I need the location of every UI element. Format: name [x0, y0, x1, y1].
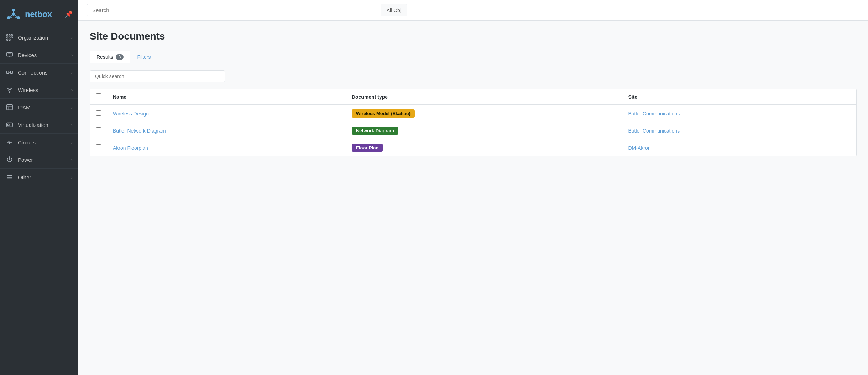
svg-point-25 — [9, 92, 10, 93]
tabs-row: Results 3 Filters — [90, 51, 857, 63]
sidebar-item-virtualization[interactable]: Virtualization › — [0, 116, 78, 134]
global-search-wrapper: All Obj — [87, 4, 407, 16]
doc-link-2[interactable]: Butler Network Diagram — [113, 128, 166, 134]
svg-rect-11 — [11, 35, 13, 36]
row-checkbox-1[interactable] — [96, 110, 101, 116]
results-table-card: Name Document type Site Wireless Design — [90, 89, 857, 156]
row-site-3: DM-Akron — [622, 139, 856, 156]
quick-search-row — [90, 70, 857, 82]
row-checkbox-cell-2 — [90, 122, 107, 139]
sidebar-item-label-connections: Connections — [18, 70, 67, 76]
sidebar-item-connections[interactable]: Connections › — [0, 64, 78, 81]
sidebar-item-label-virtualization: Virtualization — [18, 122, 67, 128]
sidebar-item-other[interactable]: Other › — [0, 169, 78, 186]
svg-line-5 — [9, 15, 12, 17]
doc-link-3[interactable]: Akron Floorplan — [113, 145, 148, 151]
svg-rect-15 — [7, 39, 8, 41]
netbox-logo-icon — [6, 6, 21, 22]
svg-rect-17 — [7, 53, 12, 56]
sidebar-item-power[interactable]: Power › — [0, 151, 78, 169]
col-site: Site — [622, 89, 856, 105]
chevron-right-icon-circuits: › — [71, 140, 73, 145]
chevron-right-icon-other: › — [71, 175, 73, 180]
circuits-icon — [6, 138, 14, 146]
svg-rect-23 — [11, 71, 12, 73]
tab-results-label: Results — [96, 54, 113, 60]
main-area: All Obj Site Documents Results 3 Filters — [78, 0, 868, 375]
tab-filters[interactable]: Filters — [130, 51, 157, 63]
svg-rect-13 — [9, 37, 10, 38]
badge-3: Floor Plan — [352, 144, 383, 152]
site-link-2[interactable]: Butler Communications — [628, 128, 680, 134]
logo-area: netbox 📌 — [0, 0, 78, 29]
row-checkbox-cell-3 — [90, 139, 107, 156]
search-input[interactable] — [87, 4, 381, 16]
svg-point-0 — [12, 9, 15, 11]
row-checkbox-3[interactable] — [96, 144, 101, 150]
row-checkbox-2[interactable] — [96, 127, 101, 133]
devices-icon — [6, 51, 14, 59]
chevron-right-icon-org: › — [71, 35, 73, 40]
site-link-3[interactable]: DM-Akron — [628, 145, 650, 151]
chevron-right-icon-power: › — [71, 157, 73, 163]
table-row: Wireless Design Wireless Model (Ekahau) … — [90, 105, 856, 122]
quick-search-input[interactable] — [90, 70, 225, 82]
topbar: All Obj — [78, 0, 868, 21]
tab-results[interactable]: Results 3 — [90, 51, 130, 63]
svg-rect-12 — [7, 37, 8, 38]
row-doctype-2: Network Diagram — [346, 122, 623, 139]
sidebar-item-circuits[interactable]: Circuits › — [0, 134, 78, 151]
chevron-right-icon-devices: › — [71, 52, 73, 58]
page-title: Site Documents — [90, 31, 857, 42]
page-content: Site Documents Results 3 Filters — [78, 21, 868, 375]
pin-icon[interactable]: 📌 — [65, 10, 73, 18]
chevron-right-icon-connections: › — [71, 70, 73, 75]
select-all-checkbox[interactable] — [96, 93, 101, 99]
svg-rect-9 — [7, 35, 8, 36]
results-badge: 3 — [116, 54, 124, 60]
row-name-2: Butler Network Diagram — [107, 122, 346, 139]
connections-icon — [6, 68, 14, 76]
col-name: Name — [107, 89, 346, 105]
sidebar-item-label-organization: Organization — [18, 35, 67, 41]
tab-filters-label: Filters — [137, 54, 151, 60]
table-row: Akron Floorplan Floor Plan DM-Akron — [90, 139, 856, 156]
search-type-button[interactable]: All Obj — [381, 4, 407, 16]
svg-rect-22 — [7, 71, 9, 73]
sidebar-item-label-wireless: Wireless — [18, 87, 67, 93]
sidebar-item-ipam[interactable]: IPAM › — [0, 99, 78, 116]
row-name-3: Akron Floorplan — [107, 139, 346, 156]
ipam-icon — [6, 103, 14, 111]
svg-line-6 — [15, 15, 18, 17]
chevron-right-icon-wireless: › — [71, 87, 73, 93]
org-icon — [6, 34, 14, 41]
sidebar-item-label-circuits: Circuits — [18, 139, 67, 145]
svg-rect-16 — [9, 39, 10, 41]
svg-rect-26 — [7, 105, 12, 110]
doc-link-1[interactable]: Wireless Design — [113, 111, 149, 117]
sidebar-item-label-other: Other — [18, 174, 67, 180]
svg-rect-14 — [11, 37, 13, 38]
row-name-1: Wireless Design — [107, 105, 346, 122]
site-link-1[interactable]: Butler Communications — [628, 111, 680, 117]
badge-2: Network Diagram — [352, 127, 398, 135]
badge-1: Wireless Model (Ekahau) — [352, 109, 415, 118]
col-document-type: Document type — [346, 89, 623, 105]
sidebar-nav: Organization › Devices › Connections › W… — [0, 29, 78, 375]
svg-rect-30 — [8, 124, 10, 125]
row-doctype-1: Wireless Model (Ekahau) — [346, 105, 623, 122]
other-icon — [6, 173, 14, 181]
sidebar-item-organization[interactable]: Organization › — [0, 29, 78, 46]
sidebar-item-label-power: Power — [18, 157, 67, 163]
chevron-right-icon-virtualization: › — [71, 122, 73, 128]
row-checkbox-cell-1 — [90, 105, 107, 122]
sidebar: netbox 📌 Organization › Devices › Connec… — [0, 0, 78, 375]
row-site-2: Butler Communications — [622, 122, 856, 139]
table-row: Butler Network Diagram Network Diagram B… — [90, 122, 856, 139]
row-doctype-3: Floor Plan — [346, 139, 623, 156]
virtualization-icon — [6, 121, 14, 129]
sidebar-item-wireless[interactable]: Wireless › — [0, 81, 78, 99]
sidebar-item-devices[interactable]: Devices › — [0, 46, 78, 64]
wireless-icon — [6, 86, 14, 94]
chevron-right-icon-ipam: › — [71, 105, 73, 110]
